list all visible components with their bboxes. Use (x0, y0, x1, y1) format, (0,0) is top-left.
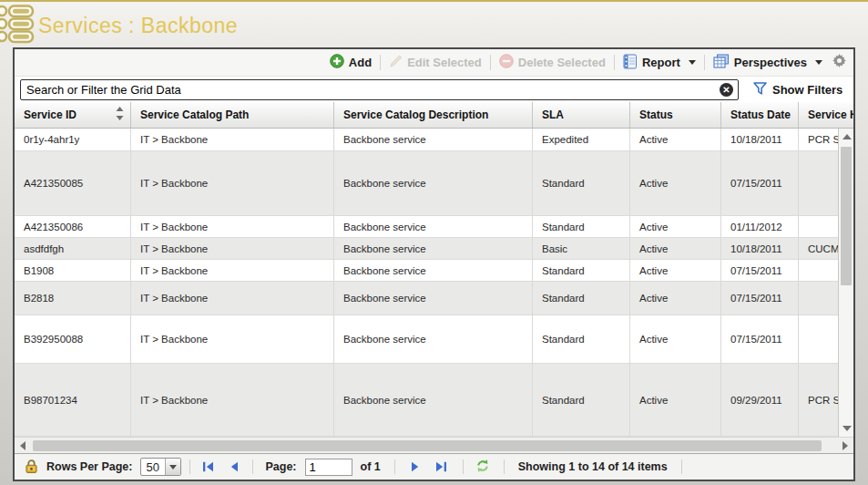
gear-icon[interactable] (832, 54, 846, 71)
cell-sla: Basic (533, 238, 630, 259)
filter-funnel-icon (753, 82, 767, 98)
scroll-left-icon[interactable] (20, 441, 26, 450)
toolbar-separator (380, 55, 381, 70)
previous-page-button[interactable] (230, 461, 239, 472)
chevron-down-icon (815, 60, 822, 65)
table-row[interactable]: A421350085 IT > Backbone Backbone servic… (15, 151, 838, 216)
cell-sla: Standard (533, 315, 630, 363)
column-header-service-id[interactable]: Service ID (15, 102, 131, 128)
cell-service-id: B98701234 (15, 364, 131, 436)
app-list-icon (0, 3, 37, 48)
search-box: ✕ (20, 79, 739, 100)
toolbar-separator (614, 55, 615, 70)
cell-catalog-path: IT > Backbone (131, 129, 334, 150)
cell-service-h: PCR Sv (799, 129, 838, 150)
cell-service-id: B392950088 (15, 315, 131, 363)
cell-service-h (799, 151, 838, 215)
footer-separator (681, 459, 682, 474)
first-page-button[interactable] (202, 461, 214, 472)
vertical-scrollbar-thumb[interactable] (841, 147, 852, 285)
cell-status: Active (630, 282, 721, 315)
column-header-service-h[interactable]: Service H (799, 102, 853, 128)
scroll-down-icon[interactable] (842, 426, 852, 431)
cell-status-date: 07/15/2011 (721, 282, 799, 315)
show-filters-button[interactable]: Show Filters (753, 82, 842, 98)
sort-icon[interactable] (116, 107, 124, 123)
last-page-button[interactable] (435, 461, 447, 472)
toolbar-separator (704, 55, 705, 70)
cell-catalog-path: IT > Backbone (131, 364, 334, 436)
select-dropdown-button[interactable] (165, 459, 180, 475)
cell-catalog-description: Backbone service (334, 216, 533, 237)
cell-service-h (799, 216, 838, 237)
cell-sla: Expedited (533, 129, 630, 150)
cell-sla: Standard (533, 151, 630, 215)
cell-catalog-description: Backbone service (334, 129, 533, 150)
report-button[interactable]: Report (623, 54, 696, 72)
perspectives-button[interactable]: Perspectives (713, 54, 822, 71)
add-icon (330, 54, 344, 71)
cell-catalog-path: IT > Backbone (131, 315, 334, 363)
showing-items-label: Showing 1 to 14 of 14 items (518, 460, 668, 473)
cell-service-h: PCR Sv (799, 364, 838, 436)
cell-catalog-description: Backbone service (334, 282, 533, 315)
cell-catalog-path: IT > Backbone (131, 151, 334, 215)
cell-sla: Standard (533, 260, 630, 281)
cell-status: Active (630, 238, 721, 259)
scroll-up-icon[interactable] (842, 134, 852, 139)
edit-selected-button[interactable]: Edit Selected (389, 55, 482, 71)
column-header-status-date[interactable]: Status Date (721, 102, 799, 128)
cell-status-date: 10/18/2011 (721, 238, 799, 259)
footer-separator (463, 459, 464, 474)
table-row[interactable]: asdfdfgh IT > Backbone Backbone service … (15, 238, 838, 260)
clear-search-icon[interactable]: ✕ (720, 83, 733, 97)
table-row[interactable]: B392950088 IT > Backbone Backbone servic… (15, 315, 838, 364)
cell-status-date: 09/29/2011 (721, 364, 799, 436)
grid-rows: 0r1y-4ahr1y IT > Backbone Backbone servi… (15, 129, 838, 437)
horizontal-scrollbar-thumb[interactable] (33, 440, 822, 451)
cell-service-h (799, 282, 838, 315)
chevron-down-icon (689, 60, 696, 65)
table-row[interactable]: 0r1y-4ahr1y IT > Backbone Backbone servi… (15, 129, 838, 151)
cell-service-id: 0r1y-4ahr1y (15, 129, 131, 150)
refresh-icon[interactable] (475, 459, 490, 476)
column-header-sla[interactable]: SLA (533, 102, 630, 128)
delete-selected-button[interactable]: Delete Selected (499, 54, 606, 71)
page-number-input[interactable] (305, 459, 352, 476)
table-row[interactable]: B2818 IT > Backbone Backbone service Sta… (15, 282, 838, 315)
cell-sla: Standard (533, 216, 630, 237)
cell-catalog-description: Backbone service (334, 238, 533, 259)
cell-service-h: CUCM (799, 238, 838, 259)
page-of-label: of 1 (361, 460, 381, 473)
add-button[interactable]: Add (330, 54, 372, 71)
table-row[interactable]: B98701234 IT > Backbone Backbone service… (15, 364, 838, 437)
page-label: Page: (265, 460, 296, 473)
table-row[interactable]: B1908 IT > Backbone Backbone service Sta… (15, 260, 838, 282)
column-header-status[interactable]: Status (630, 102, 721, 128)
grid-toolbar: Add Edit Selected Delet (15, 49, 853, 77)
table-row[interactable]: A421350086 IT > Backbone Backbone servic… (15, 216, 838, 238)
vertical-scrollbar[interactable] (838, 129, 853, 437)
column-header-catalog-description[interactable]: Service Catalog Description (334, 102, 533, 128)
cell-status-date: 07/15/2011 (721, 315, 799, 363)
page-title: Services : Backbone (38, 14, 238, 38)
scroll-right-icon[interactable] (842, 441, 848, 450)
cell-status-date: 01/11/2012 (721, 216, 799, 237)
chevron-down-icon (169, 465, 177, 470)
cell-sla: Standard (533, 364, 630, 436)
perspectives-icon (713, 54, 730, 71)
rows-per-page-select[interactable]: 50 (140, 458, 181, 476)
horizontal-scrollbar[interactable] (15, 437, 853, 453)
delete-icon (499, 54, 514, 71)
grid-header-row: Service ID Service Catalog Path Service … (15, 102, 853, 129)
lock-icon (25, 459, 38, 476)
next-page-button[interactable] (411, 461, 420, 472)
cell-status: Active (630, 129, 721, 150)
column-header-catalog-path[interactable]: Service Catalog Path (131, 102, 334, 128)
cell-status: Active (630, 364, 721, 436)
search-input[interactable] (21, 80, 738, 99)
footer-separator (394, 459, 395, 474)
footer-separator (252, 459, 253, 474)
footer-separator (189, 459, 190, 474)
rows-per-page-label: Rows Per Page: (46, 460, 132, 473)
